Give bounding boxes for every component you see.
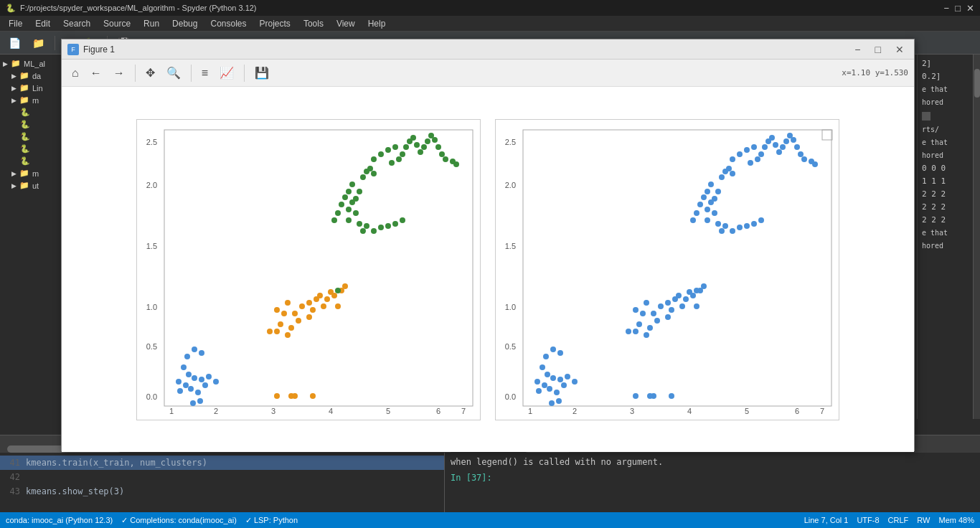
svg-point-55: [292, 393, 298, 399]
svg-point-27: [192, 346, 197, 352]
svg-point-65: [403, 144, 409, 150]
svg-point-103: [335, 288, 341, 293]
sidebar-item-da[interactable]: ▶ 📁 da: [0, 70, 62, 82]
svg-point-187: [730, 171, 735, 176]
svg-point-97: [360, 228, 366, 234]
status-encoding: UTF-8: [857, 516, 879, 524]
svg-point-87: [335, 210, 341, 216]
svg-point-203: [730, 228, 735, 234]
svg-point-207: [758, 217, 764, 223]
sidebar-item-m2[interactable]: ▶ 📁 m: [0, 167, 62, 179]
svg-point-31: [274, 307, 280, 313]
status-line: Line 7, Col 1: [804, 516, 849, 524]
sidebar-file-4[interactable]: 🐍: [0, 143, 62, 155]
svg-point-163: [730, 156, 735, 162]
svg-text:5: 5: [745, 407, 749, 415]
svg-point-119: [534, 379, 540, 385]
file-icon: 🐍: [20, 108, 30, 117]
svg-point-29: [190, 400, 196, 406]
figure-forward-button[interactable]: →: [109, 64, 129, 82]
figure-maximize-button[interactable]: □: [871, 42, 885, 57]
right-scrollbar[interactable]: [973, 55, 980, 419]
svg-point-173: [773, 142, 778, 148]
menu-projects[interactable]: Projects: [254, 17, 296, 30]
svg-point-34: [299, 303, 305, 309]
svg-text:4: 4: [329, 407, 333, 415]
folder-label: da: [32, 72, 41, 80]
menu-consoles[interactable]: Consoles: [204, 17, 252, 30]
right-scrollbar-thumb[interactable]: [974, 69, 980, 98]
figure-zoom-button[interactable]: 🔍: [162, 63, 185, 82]
figure-home-button[interactable]: ⌂: [67, 64, 83, 82]
menu-help[interactable]: Help: [362, 17, 392, 30]
menu-file[interactable]: File: [3, 17, 28, 30]
menu-tools[interactable]: Tools: [298, 17, 329, 30]
menu-view[interactable]: View: [331, 17, 361, 30]
svg-text:1: 1: [528, 407, 532, 415]
sidebar-file-1[interactable]: 🐍: [0, 106, 62, 118]
sidebar-item-m1[interactable]: ▶ 📁 m: [0, 94, 62, 106]
svg-text:2: 2: [214, 407, 218, 415]
folder-icon: 📁: [19, 71, 29, 80]
window-title: F:/projects/spyder_workspace/ML_algorith…: [20, 4, 257, 12]
figure-titlebar: F Figure 1 − □ ✕: [62, 39, 914, 60]
folder-label: m: [32, 96, 39, 105]
svg-text:0.5: 0.5: [505, 342, 516, 351]
sidebar-item-lin[interactable]: ▶ 📁 Lin: [0, 82, 62, 94]
svg-point-135: [556, 398, 562, 404]
sidebar-item-ut[interactable]: ▶ 📁 ut: [0, 179, 62, 192]
svg-point-172: [769, 135, 775, 141]
figure-configure-button[interactable]: ≡: [197, 64, 212, 82]
file-icon: 🐍: [20, 156, 30, 166]
svg-text:2: 2: [573, 407, 577, 415]
figure-close-button[interactable]: ✕: [891, 42, 908, 57]
line-code-43: kmeans.show_step(3): [26, 485, 124, 498]
output-block: [922, 112, 930, 121]
sidebar-file-3[interactable]: 🐍: [0, 131, 62, 143]
menu-edit[interactable]: Edit: [29, 17, 56, 30]
menu-debug[interactable]: Debug: [166, 17, 203, 30]
figure-lines-button[interactable]: 📈: [215, 63, 238, 82]
svg-point-75: [439, 151, 445, 157]
open-file-button[interactable]: 📁: [28, 34, 49, 52]
status-mem: Mem 48%: [938, 516, 974, 524]
menu-run[interactable]: Run: [138, 17, 165, 30]
sidebar-file-5[interactable]: 🐍: [0, 155, 62, 167]
svg-text:0.0: 0.0: [505, 392, 516, 401]
svg-point-186: [726, 166, 732, 171]
svg-point-76: [443, 156, 448, 162]
close-button[interactable]: ✕: [966, 3, 974, 14]
sidebar-item-ml[interactable]: ▶ 📁 ML_al: [0, 57, 62, 70]
menu-source[interactable]: Source: [98, 17, 136, 30]
svg-point-85: [342, 194, 348, 200]
svg-point-181: [801, 156, 807, 162]
svg-point-32: [285, 300, 291, 306]
svg-text:2.5: 2.5: [146, 138, 157, 146]
figure-save-button[interactable]: 💾: [250, 63, 273, 82]
sidebar-file-2[interactable]: 🐍: [0, 118, 62, 131]
figure-back-button[interactable]: ←: [86, 64, 106, 82]
svg-point-74: [435, 144, 441, 150]
new-file-button[interactable]: 📄: [4, 34, 25, 52]
svg-point-131: [543, 354, 549, 359]
svg-point-20: [188, 386, 194, 392]
figure-pan-button[interactable]: ✥: [141, 63, 159, 82]
svg-point-79: [360, 174, 366, 180]
maximize-button[interactable]: □: [955, 3, 961, 14]
menu-search[interactable]: Search: [57, 17, 96, 30]
figure-minimize-button[interactable]: −: [850, 42, 864, 57]
minimize-button[interactable]: −: [944, 3, 950, 14]
svg-point-124: [557, 377, 563, 382]
folder-icon: 📁: [11, 59, 21, 68]
output-line-4: 1 1 1: [922, 175, 976, 188]
app-icon: 🐍: [6, 4, 16, 13]
figure-controls[interactable]: − □ ✕: [850, 42, 908, 57]
svg-text:1.0: 1.0: [146, 303, 157, 311]
output-line-3: 0 0 0: [922, 162, 976, 175]
svg-point-17: [183, 382, 189, 388]
svg-point-50: [274, 329, 280, 334]
svg-point-14: [176, 379, 182, 385]
svg-point-208: [694, 288, 699, 293]
title-bar-controls[interactable]: − □ ✕: [944, 3, 974, 14]
svg-point-167: [748, 160, 753, 166]
